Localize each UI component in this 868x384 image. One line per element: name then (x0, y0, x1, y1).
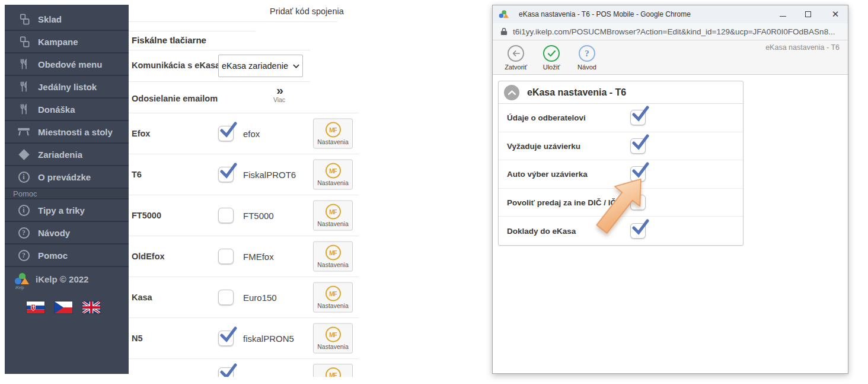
window-title: eKasa nastavenia - T6 - POS Mobile - Goo… (519, 10, 691, 18)
sidebar-item-label: Obedové menu (38, 59, 102, 69)
sidebar-item-label: Kampane (38, 37, 78, 47)
slovak-flag[interactable] (27, 302, 44, 313)
setting-row-udaje: Údaje o odberatelovi (499, 104, 743, 132)
sidebar-item-o-prevadzke[interactable]: i O prevádzke (5, 166, 129, 189)
sidebar-item-label: Sklad (38, 14, 62, 24)
printer-label: FT5000 (132, 211, 161, 220)
language-switcher (27, 302, 129, 313)
fiscal-driver-icon: MF (326, 327, 341, 342)
printer-row-efox: Efox efox MF Nastavenia (129, 113, 359, 154)
cutlery-icon (17, 81, 31, 92)
brand-row: iKelp iKelp © 2022 (5, 267, 129, 291)
minimize-button[interactable] (780, 12, 786, 17)
sidebar-item-sklad[interactable]: Sklad (5, 8, 129, 31)
printer-checkbox[interactable] (218, 249, 234, 264)
cutlery-icon (17, 104, 31, 115)
czech-flag[interactable] (55, 302, 72, 313)
sidebar-item-jedalny-listok[interactable]: Jedálny listok (5, 76, 129, 99)
printer-row-partial: MF Nastavenia (129, 359, 359, 377)
printer-driver: Euro150 (243, 293, 277, 303)
panel-title: eKasa nastavenia - T6 (527, 87, 626, 98)
printer-row-t6: T6 FiskalPROT6 MF Nastavenia (129, 154, 359, 195)
address-bar[interactable]: t6i1yy.ikelp.com/POSUCMBrowser?Action=Ed… (493, 23, 848, 40)
printer-label: N5 (132, 334, 143, 343)
printer-row-oldefox: OldEfox FMEfox MF Nastavenia (129, 236, 359, 277)
window-titlebar[interactable]: eKasa nastavenia - T6 - POS Mobile - Goo… (493, 5, 848, 23)
double-chevron-right-icon: » (266, 84, 292, 96)
maximize-button[interactable] (805, 11, 811, 17)
brand-label: iKelp © 2022 (36, 274, 88, 284)
help-button[interactable]: ? Návod (571, 45, 603, 71)
setting-row-doklady: Doklady do eKasa (499, 217, 743, 245)
ekasa-settings-panel: eKasa nastavenia - T6 Údaje o odberatelo… (498, 81, 743, 246)
printer-label: Efox (132, 129, 150, 138)
sidebar-item-navody[interactable]: ? Návody (5, 222, 129, 245)
sidebar-item-label: Donáška (38, 104, 75, 115)
section-title: Fiskálne tlačiarne (132, 35, 206, 45)
setting-checkbox[interactable] (630, 166, 646, 182)
printer-checkbox[interactable] (218, 126, 234, 141)
setting-checkbox[interactable] (630, 223, 646, 239)
printer-checkbox[interactable] (218, 367, 234, 377)
printer-label: T6 (132, 170, 142, 179)
close-button[interactable]: Zatvoriť (500, 45, 532, 71)
printer-driver: FiskalPROT6 (243, 170, 296, 180)
printer-settings-button[interactable]: MF Nastavenia (313, 323, 353, 354)
app-toolbar: Zatvoriť Uložiť ? Návod eKasa nastavenia… (493, 40, 848, 75)
printer-driver: FMEfox (243, 252, 274, 262)
sidebar-item-miestnosti[interactable]: Miestnosti a stoly (5, 121, 129, 144)
printer-settings-button[interactable]: MF Nastavenia (313, 201, 353, 231)
fiscal-printers-page: Pridať kód spojenia Fiskálne tlačiarne K… (129, 0, 491, 377)
printer-driver: fiskalPRON5 (243, 334, 294, 344)
divider (129, 81, 310, 82)
fiscal-driver-icon: MF (326, 204, 341, 220)
boxes-icon (17, 14, 31, 25)
fiscal-driver-icon: MF (326, 367, 341, 377)
add-connection-code-link[interactable]: Pridať kód spojenia (270, 7, 344, 16)
setting-checkbox[interactable] (630, 195, 646, 210)
panel-header: eKasa nastavenia - T6 (499, 81, 743, 104)
close-window-button[interactable]: ✕ (830, 9, 841, 20)
sidebar-item-pomoc[interactable]: ? Pomoc (5, 245, 129, 267)
sidebar-item-zariadenia[interactable]: Zariadenia (5, 144, 129, 166)
setting-row-auto-vyber: Auto výber uzávierka (499, 160, 743, 189)
setting-checkbox[interactable] (630, 138, 646, 154)
printer-checkbox[interactable] (218, 290, 234, 305)
printer-checkbox[interactable] (218, 167, 234, 182)
setting-checkbox[interactable] (630, 110, 646, 125)
favicon-ikelp-icon (499, 10, 509, 18)
info-icon: i (17, 205, 31, 216)
fiscal-driver-icon: MF (326, 122, 341, 138)
chrome-window: eKasa nastavenia - T6 - POS Mobile - Goo… (492, 5, 848, 374)
context-title: eKasa nastavenia - T6 (765, 43, 840, 52)
printer-settings-button[interactable]: MF Nastavenia (313, 283, 353, 313)
diamond-icon (17, 151, 31, 158)
save-button[interactable]: Uložiť (535, 45, 567, 71)
printer-checkbox[interactable] (218, 331, 234, 346)
sidebar-item-label: Pomoc (38, 250, 68, 261)
communication-label: Komunikácia s eKasa (132, 61, 220, 70)
ekasa-communication-select[interactable]: eKasa zariadenie (218, 55, 303, 77)
printer-settings-button[interactable]: MF Nastavenia (313, 160, 353, 190)
printer-settings-button[interactable]: MF Nastavenia (313, 364, 353, 377)
collapse-chevron-up-icon[interactable] (504, 85, 519, 100)
printer-row-kasa: Kasa Euro150 MF Nastavenia (129, 277, 359, 318)
printer-label: Kasa (132, 293, 152, 302)
question-icon: ? (17, 227, 31, 239)
sidebar-item-tipy-a-triky[interactable]: i Tipy a triky (5, 199, 129, 222)
sidebar-item-obedove-menu[interactable]: Obedové menu (5, 53, 129, 76)
printer-row-ft5000: FT5000 FT5000 MF Nastavenia (129, 195, 359, 236)
sidebar-item-kampane[interactable]: Kampane (5, 31, 129, 53)
question-icon: ? (17, 250, 31, 261)
printer-settings-button[interactable]: MF Nastavenia (313, 242, 353, 272)
uk-flag[interactable] (82, 302, 100, 313)
sidebar-item-donaska[interactable]: Donáška (5, 99, 129, 121)
printer-checkbox[interactable] (218, 208, 234, 223)
sidebar-section-pomoc: Pomoc (5, 189, 129, 199)
divider (129, 21, 337, 22)
sidebar-item-label: Zariadenia (38, 150, 82, 160)
app-content: eKasa nastavenia - T6 Údaje o odberatelo… (493, 75, 848, 373)
more-button[interactable]: » Viac (266, 84, 292, 103)
question-circle-icon: ? (579, 45, 595, 62)
printer-settings-button[interactable]: MF Nastavenia (313, 119, 353, 149)
